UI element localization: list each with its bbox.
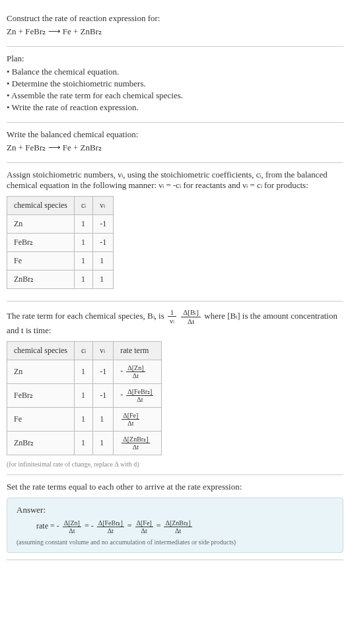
frac-den: Δt xyxy=(122,443,149,451)
cell-rate: Δ[ZnBr₂] Δt xyxy=(114,432,162,455)
col-rate: rate term xyxy=(114,342,162,360)
rateterm-note: (for infinitesimal rate of change, repla… xyxy=(7,461,343,468)
cell-rate: - Δ[FeBr₂] Δt xyxy=(114,384,162,408)
plan-item: • Write the rate of reaction expression. xyxy=(7,102,343,113)
frac-den: Δt xyxy=(181,317,201,325)
frac-num: Δ[Zn] xyxy=(126,364,145,372)
cell-v: 1 xyxy=(93,252,114,271)
rate-label: rate = xyxy=(36,521,57,531)
rateterm-intro: The rate term for each chemical species,… xyxy=(7,308,343,336)
cell-c: 1 xyxy=(74,432,92,455)
frac-den: Δt xyxy=(97,527,124,534)
frac-num: Δ[Fe] xyxy=(135,519,153,527)
rateterm-section: The rate term for each chemical species,… xyxy=(7,302,343,475)
cell-species: Fe xyxy=(7,408,75,432)
table-header-row: chemical species cᵢ νᵢ rate term xyxy=(7,342,162,360)
cell-v: -1 xyxy=(93,360,114,384)
rateterm-frac-coeff: 1 νᵢ xyxy=(168,308,176,325)
frac-num: Δ[FeBr₂] xyxy=(97,519,124,527)
cell-species: Zn xyxy=(7,215,75,234)
balanced-equation: Zn + FeBr₂ ⟶ Fe + ZnBr₂ xyxy=(7,143,343,153)
plan-item: • Balance the chemical equation. xyxy=(7,67,343,77)
neg-sign: - xyxy=(120,366,123,375)
cell-c: 1 xyxy=(74,215,92,234)
col-v: νᵢ xyxy=(93,342,114,360)
frac-num: Δ[Zn] xyxy=(63,519,81,527)
rate-frac: Δ[Fe] Δt xyxy=(122,412,139,427)
table-row: FeBr₂ 1 -1 - Δ[FeBr₂] Δt xyxy=(7,384,162,408)
rate-frac: Δ[FeBr₂] Δt xyxy=(126,388,153,403)
table-row: Fe 1 1 xyxy=(7,252,114,271)
cell-c: 1 xyxy=(74,271,92,289)
rate-expression: rate = - Δ[Zn] Δt = - Δ[FeBr₂] Δt = Δ[Fe… xyxy=(36,519,333,534)
cell-species: Fe xyxy=(7,252,75,271)
cell-c: 1 xyxy=(74,360,92,384)
col-species: chemical species xyxy=(7,197,75,215)
cell-v: 1 xyxy=(93,408,114,432)
cell-species: Zn xyxy=(7,360,75,384)
col-v: νᵢ xyxy=(93,197,114,215)
cell-rate: Δ[Fe] Δt xyxy=(114,408,162,432)
table-row: Zn 1 -1 xyxy=(7,215,114,234)
frac-num: Δ[ZnBr₂] xyxy=(122,435,149,443)
cell-c: 1 xyxy=(74,384,92,408)
table-row: Zn 1 -1 - Δ[Zn] Δt xyxy=(7,360,162,384)
cell-v: -1 xyxy=(93,384,114,408)
rate-frac: Δ[Zn] Δt xyxy=(63,519,81,534)
cell-rate: - Δ[Zn] Δt xyxy=(114,360,162,384)
neg-sign: - xyxy=(120,390,123,399)
rate-frac: Δ[Fe] Δt xyxy=(135,519,153,534)
stoich-section: Assign stoichiometric numbers, νᵢ, using… xyxy=(7,163,343,302)
col-species: chemical species xyxy=(7,342,75,360)
balanced-section: Write the balanced chemical equation: Zn… xyxy=(7,123,343,163)
col-c: cᵢ xyxy=(74,197,92,215)
rateterm-table: chemical species cᵢ νᵢ rate term Zn 1 -1… xyxy=(7,341,162,455)
equals: = xyxy=(85,521,91,531)
table-header-row: chemical species cᵢ νᵢ xyxy=(7,197,114,215)
rateterm-frac-delta: Δ[Bᵢ] Δt xyxy=(181,308,201,325)
table-row: ZnBr₂ 1 1 Δ[ZnBr₂] Δt xyxy=(7,432,162,455)
cell-species: ZnBr₂ xyxy=(7,271,75,289)
equals: = xyxy=(127,521,134,531)
frac-num: Δ[Bᵢ] xyxy=(181,308,201,317)
cell-v: 1 xyxy=(93,432,114,455)
frac-num: Δ[ZnBr₂] xyxy=(164,519,192,527)
frac-den: Δt xyxy=(164,527,192,534)
neg-sign: - xyxy=(91,521,94,531)
plan-item: • Determine the stoichiometric numbers. xyxy=(7,79,343,89)
cell-c: 1 xyxy=(74,408,92,432)
final-section: Set the rate terms equal to each other t… xyxy=(7,475,343,560)
cell-species: ZnBr₂ xyxy=(7,432,75,455)
cell-v: -1 xyxy=(93,215,114,234)
frac-den: νᵢ xyxy=(168,317,176,325)
frac-den: Δt xyxy=(63,527,81,534)
cell-species: FeBr₂ xyxy=(7,384,75,408)
table-row: Fe 1 1 Δ[Fe] Δt xyxy=(7,408,162,432)
cell-v: -1 xyxy=(93,234,114,252)
stoich-table: chemical species cᵢ νᵢ Zn 1 -1 FeBr₂ 1 -… xyxy=(7,196,114,289)
reaction-equation: Zn + FeBr₂ ⟶ Fe + ZnBr₂ xyxy=(7,26,343,37)
col-c: cᵢ xyxy=(74,342,92,360)
cell-species: FeBr₂ xyxy=(7,234,75,252)
frac-num: Δ[Fe] xyxy=(122,412,139,420)
neg-sign: - xyxy=(57,521,59,531)
plan-item: • Assemble the rate term for each chemic… xyxy=(7,90,343,101)
table-row: ZnBr₂ 1 1 xyxy=(7,271,114,289)
frac-den: Δt xyxy=(126,372,145,379)
rate-frac: Δ[FeBr₂] Δt xyxy=(97,519,124,534)
answer-box: Answer: rate = - Δ[Zn] Δt = - Δ[FeBr₂] Δ… xyxy=(7,498,343,553)
table-row: FeBr₂ 1 -1 xyxy=(7,234,114,252)
frac-num: Δ[FeBr₂] xyxy=(126,388,153,396)
stoich-intro: Assign stoichiometric numbers, νᵢ, using… xyxy=(7,170,343,191)
balanced-title: Write the balanced chemical equation: xyxy=(7,129,343,140)
frac-den: Δt xyxy=(122,420,139,427)
frac-num: 1 xyxy=(168,308,176,317)
rate-frac: Δ[ZnBr₂] Δt xyxy=(164,519,192,534)
cell-v: 1 xyxy=(93,271,114,289)
plan-section: Plan: • Balance the chemical equation. •… xyxy=(7,47,343,123)
answer-label: Answer: xyxy=(17,505,333,515)
plan-title: Plan: xyxy=(7,53,343,64)
answer-note: (assuming constant volume and no accumul… xyxy=(17,538,333,546)
prompt-text: Construct the rate of reaction expressio… xyxy=(7,13,343,24)
equals: = xyxy=(157,521,163,531)
